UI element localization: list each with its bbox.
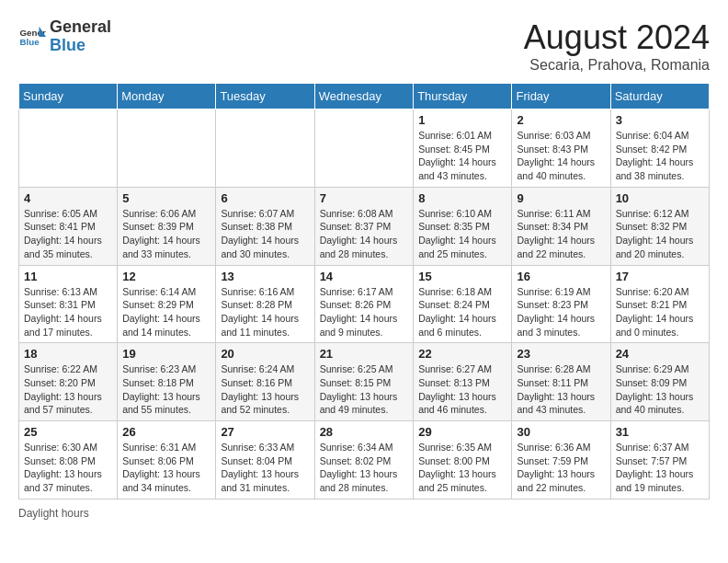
day-number: 16 [517, 270, 605, 283]
day-number: 22 [418, 347, 506, 361]
day-info: Sunrise: 6:25 AM Sunset: 8:15 PM Dayligh… [320, 362, 409, 417]
day-header-wednesday: Wednesday [314, 84, 414, 109]
calendar-table: SundayMondayTuesdayWednesdayThursdayFrid… [18, 83, 710, 500]
day-info: Sunrise: 6:33 AM Sunset: 8:04 PM Dayligh… [221, 441, 309, 495]
day-info: Sunrise: 6:24 AM Sunset: 8:16 PM Dayligh… [221, 362, 309, 417]
day-number: 13 [221, 270, 309, 283]
day-info: Sunrise: 6:13 AM Sunset: 8:31 PM Dayligh… [24, 285, 112, 339]
day-number: 24 [616, 347, 704, 361]
calendar-title: August 2024 [524, 18, 710, 57]
day-number: 18 [24, 347, 112, 361]
day-number: 4 [24, 191, 112, 205]
day-info: Sunrise: 6:23 AM Sunset: 8:18 PM Dayligh… [122, 362, 210, 417]
day-info: Sunrise: 6:04 AM Sunset: 8:42 PM Dayligh… [616, 129, 704, 183]
day-header-sunday: Sunday [19, 84, 118, 109]
calendar-cell: 6Sunrise: 6:07 AM Sunset: 8:38 PM Daylig… [216, 187, 314, 265]
day-number: 31 [616, 425, 704, 439]
day-info: Sunrise: 6:30 AM Sunset: 8:08 PM Dayligh… [24, 441, 112, 495]
day-number: 14 [320, 270, 409, 283]
day-info: Sunrise: 6:05 AM Sunset: 8:41 PM Dayligh… [24, 207, 112, 261]
calendar-cell: 9Sunrise: 6:11 AM Sunset: 8:34 PM Daylig… [512, 187, 610, 265]
day-header-thursday: Thursday [414, 84, 512, 109]
day-info: Sunrise: 6:29 AM Sunset: 8:09 PM Dayligh… [616, 362, 704, 417]
day-number: 9 [517, 191, 605, 205]
calendar-cell: 21Sunrise: 6:25 AM Sunset: 8:15 PM Dayli… [314, 343, 414, 421]
calendar-cell: 23Sunrise: 6:28 AM Sunset: 8:11 PM Dayli… [512, 343, 610, 421]
day-header-friday: Friday [512, 84, 610, 109]
day-header-tuesday: Tuesday [216, 84, 314, 109]
day-number: 29 [418, 425, 506, 439]
day-number: 1 [418, 113, 506, 127]
calendar-cell: 10Sunrise: 6:12 AM Sunset: 8:32 PM Dayli… [610, 187, 709, 265]
day-number: 21 [320, 347, 409, 361]
calendar-cell: 28Sunrise: 6:34 AM Sunset: 8:02 PM Dayli… [314, 421, 414, 500]
day-info: Sunrise: 6:28 AM Sunset: 8:11 PM Dayligh… [517, 362, 605, 417]
day-info: Sunrise: 6:10 AM Sunset: 8:35 PM Dayligh… [418, 207, 506, 261]
page-header: General Blue GeneralBlue August 2024 Sec… [18, 18, 710, 74]
day-info: Sunrise: 6:06 AM Sunset: 8:39 PM Dayligh… [122, 207, 210, 261]
calendar-cell: 26Sunrise: 6:31 AM Sunset: 8:06 PM Dayli… [118, 421, 216, 500]
day-number: 10 [616, 191, 704, 205]
day-number: 11 [24, 270, 112, 283]
calendar-cell: 13Sunrise: 6:16 AM Sunset: 8:28 PM Dayli… [216, 265, 314, 343]
calendar-subtitle: Secaria, Prahova, Romania [524, 57, 710, 74]
calendar-cell: 2Sunrise: 6:03 AM Sunset: 8:43 PM Daylig… [512, 109, 610, 188]
day-number: 6 [221, 191, 309, 205]
day-info: Sunrise: 6:11 AM Sunset: 8:34 PM Dayligh… [517, 207, 605, 261]
calendar-cell: 3Sunrise: 6:04 AM Sunset: 8:42 PM Daylig… [610, 109, 709, 188]
day-info: Sunrise: 6:37 AM Sunset: 7:57 PM Dayligh… [616, 441, 704, 495]
day-info: Sunrise: 6:17 AM Sunset: 8:26 PM Dayligh… [320, 285, 409, 339]
day-info: Sunrise: 6:08 AM Sunset: 8:37 PM Dayligh… [320, 207, 409, 261]
logo-text: GeneralBlue [50, 18, 111, 55]
calendar-cell: 8Sunrise: 6:10 AM Sunset: 8:35 PM Daylig… [414, 187, 512, 265]
logo: General Blue GeneralBlue [18, 18, 111, 55]
calendar-cell: 12Sunrise: 6:14 AM Sunset: 8:29 PM Dayli… [118, 265, 216, 343]
day-number: 19 [122, 347, 210, 361]
day-info: Sunrise: 6:14 AM Sunset: 8:29 PM Dayligh… [122, 285, 210, 339]
day-number: 28 [320, 425, 409, 439]
logo-icon: General Blue [18, 23, 46, 51]
day-number: 3 [616, 113, 704, 127]
calendar-cell: 27Sunrise: 6:33 AM Sunset: 8:04 PM Dayli… [216, 421, 314, 500]
day-header-saturday: Saturday [610, 84, 709, 109]
calendar-footer: Daylight hours [18, 507, 710, 520]
calendar-cell: 25Sunrise: 6:30 AM Sunset: 8:08 PM Dayli… [19, 421, 118, 500]
day-info: Sunrise: 6:34 AM Sunset: 8:02 PM Dayligh… [320, 441, 409, 495]
calendar-cell: 19Sunrise: 6:23 AM Sunset: 8:18 PM Dayli… [118, 343, 216, 421]
day-number: 23 [517, 347, 605, 361]
calendar-cell [216, 109, 314, 188]
calendar-cell: 16Sunrise: 6:19 AM Sunset: 8:23 PM Dayli… [512, 265, 610, 343]
calendar-cell: 1Sunrise: 6:01 AM Sunset: 8:45 PM Daylig… [414, 109, 512, 188]
day-number: 26 [122, 425, 210, 439]
title-area: August 2024 Secaria, Prahova, Romania [524, 18, 710, 74]
svg-text:Blue: Blue [20, 37, 40, 47]
day-number: 20 [221, 347, 309, 361]
day-info: Sunrise: 6:20 AM Sunset: 8:21 PM Dayligh… [616, 285, 704, 339]
day-number: 27 [221, 425, 309, 439]
calendar-cell: 20Sunrise: 6:24 AM Sunset: 8:16 PM Dayli… [216, 343, 314, 421]
calendar-cell: 4Sunrise: 6:05 AM Sunset: 8:41 PM Daylig… [19, 187, 118, 265]
calendar-cell: 18Sunrise: 6:22 AM Sunset: 8:20 PM Dayli… [19, 343, 118, 421]
day-number: 30 [517, 425, 605, 439]
day-number: 12 [122, 270, 210, 283]
daylight-label: Daylight hours [18, 507, 89, 520]
calendar-cell: 17Sunrise: 6:20 AM Sunset: 8:21 PM Dayli… [610, 265, 709, 343]
day-info: Sunrise: 6:07 AM Sunset: 8:38 PM Dayligh… [221, 207, 309, 261]
calendar-cell: 29Sunrise: 6:35 AM Sunset: 8:00 PM Dayli… [414, 421, 512, 500]
day-number: 2 [517, 113, 605, 127]
day-info: Sunrise: 6:16 AM Sunset: 8:28 PM Dayligh… [221, 285, 309, 339]
calendar-cell: 22Sunrise: 6:27 AM Sunset: 8:13 PM Dayli… [414, 343, 512, 421]
calendar-cell: 5Sunrise: 6:06 AM Sunset: 8:39 PM Daylig… [118, 187, 216, 265]
calendar-cell: 14Sunrise: 6:17 AM Sunset: 8:26 PM Dayli… [314, 265, 414, 343]
day-info: Sunrise: 6:31 AM Sunset: 8:06 PM Dayligh… [122, 441, 210, 495]
day-number: 8 [418, 191, 506, 205]
calendar-cell [118, 109, 216, 188]
day-number: 7 [320, 191, 409, 205]
day-number: 17 [616, 270, 704, 283]
day-info: Sunrise: 6:35 AM Sunset: 8:00 PM Dayligh… [418, 441, 506, 495]
calendar-cell: 11Sunrise: 6:13 AM Sunset: 8:31 PM Dayli… [19, 265, 118, 343]
calendar-cell [314, 109, 414, 188]
day-info: Sunrise: 6:01 AM Sunset: 8:45 PM Dayligh… [418, 129, 506, 183]
calendar-cell: 7Sunrise: 6:08 AM Sunset: 8:37 PM Daylig… [314, 187, 414, 265]
day-number: 25 [24, 425, 112, 439]
